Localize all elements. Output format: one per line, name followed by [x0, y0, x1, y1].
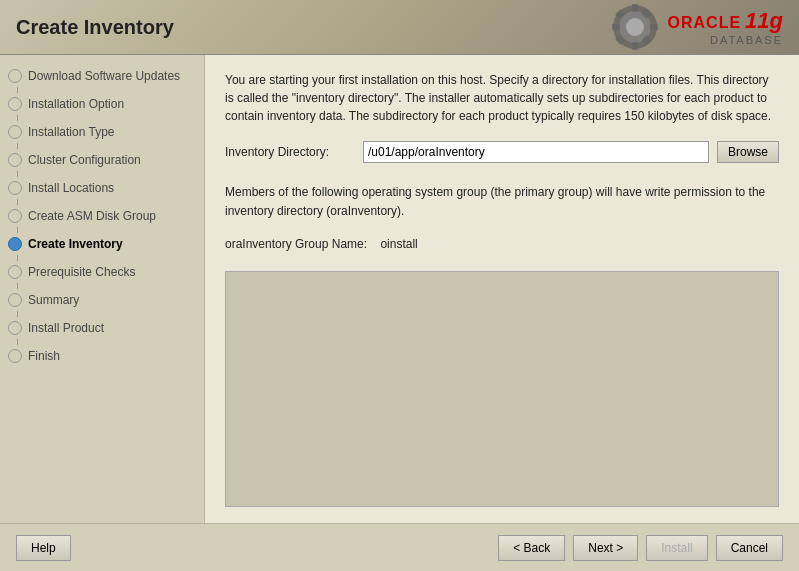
- sidebar-label: Install Product: [28, 321, 104, 335]
- header: Create Inventory ORACLE 11g: [0, 0, 799, 55]
- sidebar-label: Installation Option: [28, 97, 124, 111]
- log-output-area: [225, 271, 779, 507]
- svg-rect-6: [650, 24, 658, 30]
- sidebar-label: Installation Type: [28, 125, 115, 139]
- footer-left: Help: [16, 535, 71, 561]
- sidebar-item-create-asm-disk-group[interactable]: Create ASM Disk Group: [0, 205, 204, 227]
- group-name-row: oraInventory Group Name: oinstall: [225, 237, 779, 251]
- sidebar-label: Finish: [28, 349, 60, 363]
- step-indicator: [8, 265, 22, 279]
- browse-button[interactable]: Browse: [717, 141, 779, 163]
- inventory-directory-label: Inventory Directory:: [225, 145, 355, 159]
- version-label: 11g: [745, 8, 783, 34]
- sidebar-item-cluster-configuration[interactable]: Cluster Configuration: [0, 149, 204, 171]
- sidebar-item-install-product[interactable]: Install Product: [0, 317, 204, 339]
- oracle-logo: ORACLE 11g DATABASE: [610, 2, 783, 52]
- step-indicator: [8, 125, 22, 139]
- install-button[interactable]: Install: [646, 535, 707, 561]
- footer-right: < Back Next > Install Cancel: [498, 535, 783, 561]
- sidebar-label: Create ASM Disk Group: [28, 209, 156, 223]
- svg-rect-5: [612, 24, 620, 30]
- oracle-brand: ORACLE: [668, 14, 742, 32]
- step-indicator: [8, 69, 22, 83]
- sidebar: Download Software Updates Installation O…: [0, 55, 205, 523]
- svg-rect-4: [632, 42, 638, 50]
- svg-point-2: [626, 18, 644, 36]
- next-button[interactable]: Next >: [573, 535, 638, 561]
- sidebar-label: Prerequisite Checks: [28, 265, 135, 279]
- sidebar-label: Create Inventory: [28, 237, 123, 251]
- footer: Help < Back Next > Install Cancel: [0, 523, 799, 571]
- back-button[interactable]: < Back: [498, 535, 565, 561]
- group-name-value: oinstall: [380, 237, 417, 251]
- sidebar-item-create-inventory[interactable]: Create Inventory: [0, 233, 204, 255]
- step-indicator: [8, 153, 22, 167]
- inventory-directory-input[interactable]: [363, 141, 709, 163]
- step-indicator-active: [8, 237, 22, 251]
- content-area: You are starting your first installation…: [205, 55, 799, 523]
- step-indicator: [8, 97, 22, 111]
- main-content: Download Software Updates Installation O…: [0, 55, 799, 523]
- step-indicator: [8, 293, 22, 307]
- gear-icon: [610, 2, 660, 52]
- sidebar-label: Summary: [28, 293, 79, 307]
- step-indicator: [8, 181, 22, 195]
- sidebar-label: Download Software Updates: [28, 69, 180, 83]
- sidebar-label: Cluster Configuration: [28, 153, 141, 167]
- description-text: You are starting your first installation…: [225, 71, 779, 125]
- group-name-label: oraInventory Group Name:: [225, 237, 367, 251]
- sidebar-item-install-locations[interactable]: Install Locations: [0, 177, 204, 199]
- sidebar-item-summary[interactable]: Summary: [0, 289, 204, 311]
- oracle-text: ORACLE 11g DATABASE: [668, 8, 783, 46]
- inventory-directory-row: Inventory Directory: Browse: [225, 141, 779, 163]
- sidebar-label: Install Locations: [28, 181, 114, 195]
- page-title: Create Inventory: [16, 16, 174, 39]
- sidebar-item-installation-option[interactable]: Installation Option: [0, 93, 204, 115]
- step-indicator: [8, 321, 22, 335]
- db-label: DATABASE: [710, 34, 783, 46]
- sidebar-item-prerequisite-checks[interactable]: Prerequisite Checks: [0, 261, 204, 283]
- sidebar-item-download-software-updates[interactable]: Download Software Updates: [0, 65, 204, 87]
- group-info-text: Members of the following operating syste…: [225, 183, 779, 221]
- help-button[interactable]: Help: [16, 535, 71, 561]
- svg-rect-3: [632, 4, 638, 12]
- step-indicator: [8, 209, 22, 223]
- sidebar-item-installation-type[interactable]: Installation Type: [0, 121, 204, 143]
- cancel-button[interactable]: Cancel: [716, 535, 783, 561]
- sidebar-item-finish[interactable]: Finish: [0, 345, 204, 367]
- step-indicator: [8, 349, 22, 363]
